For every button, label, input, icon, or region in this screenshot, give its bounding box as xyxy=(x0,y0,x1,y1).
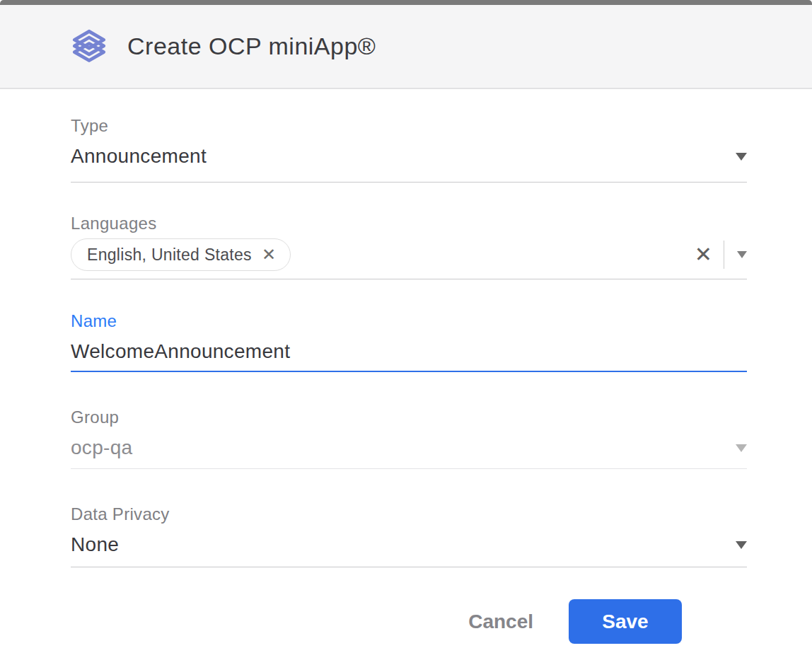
group-label: Group xyxy=(71,407,747,427)
type-value: Announcement xyxy=(71,144,207,168)
group-value: ocp-qa xyxy=(71,436,132,460)
name-label: Name xyxy=(71,311,747,331)
languages-label: Languages xyxy=(71,214,747,233)
type-field[interactable]: Type Announcement xyxy=(71,116,747,183)
miniapp-form: Type Announcement Languages English, Uni… xyxy=(0,89,812,644)
dialog-title: Create OCP miniApp® xyxy=(127,33,376,60)
name-field[interactable]: Name WelcomeAnnouncement xyxy=(71,311,747,372)
languages-field[interactable]: Languages English, United States ✕ ✕ xyxy=(71,214,747,279)
name-value[interactable]: WelcomeAnnouncement xyxy=(71,340,290,364)
language-chip-label: English, United States xyxy=(87,245,252,265)
data-privacy-label: Data Privacy xyxy=(71,504,747,524)
create-miniapp-dialog: Create OCP miniApp® Type Announcement La… xyxy=(0,0,812,665)
save-button[interactable]: Save xyxy=(569,599,682,644)
cancel-button[interactable]: Cancel xyxy=(467,611,535,633)
clear-all-icon[interactable]: ✕ xyxy=(695,244,712,265)
language-chip[interactable]: English, United States ✕ xyxy=(71,238,291,271)
chevron-down-icon[interactable] xyxy=(737,251,747,258)
data-privacy-value: None xyxy=(71,533,119,557)
window-top-edge xyxy=(0,0,812,5)
divider xyxy=(724,241,724,269)
dialog-header: Create OCP miniApp® xyxy=(0,5,812,89)
chevron-down-icon[interactable] xyxy=(736,541,747,549)
chip-remove-icon[interactable]: ✕ xyxy=(262,246,276,263)
group-field[interactable]: Group ocp-qa xyxy=(71,407,747,469)
layers-icon xyxy=(71,28,108,66)
chevron-down-icon[interactable] xyxy=(736,153,747,161)
type-label: Type xyxy=(71,116,747,136)
dialog-footer: Cancel Save xyxy=(71,599,747,644)
data-privacy-field[interactable]: Data Privacy None xyxy=(71,504,747,567)
chevron-down-icon[interactable] xyxy=(736,444,747,452)
